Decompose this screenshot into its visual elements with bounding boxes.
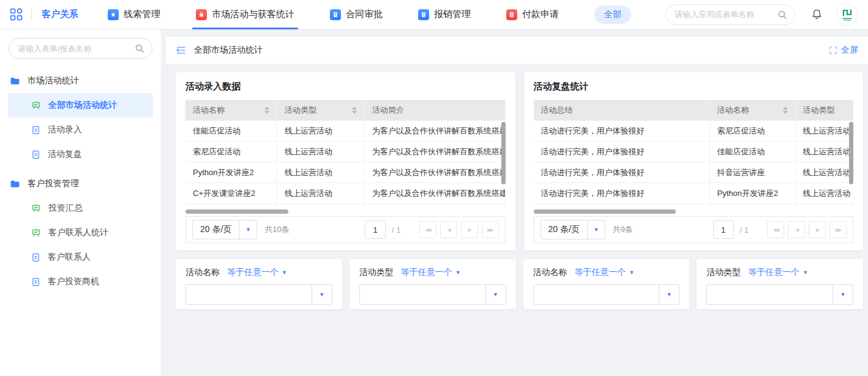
prev-page-button[interactable]: ◀ (440, 221, 457, 238)
table-row[interactable]: 活动进行完美，用户体验很好 索尼店促活动 线上运营活动 (534, 121, 854, 141)
tab-label: 付款申请 (522, 9, 559, 20)
filter-value-select[interactable]: ▼ (185, 284, 332, 305)
fullscreen-label: 全屏 (841, 45, 858, 56)
main-area: 全部市场活动统计 全屏 活动录入数据 活动名称 (166, 29, 868, 376)
sidebar-item-all-market-activity-stats[interactable]: 全部市场活动统计 (8, 93, 153, 118)
filter-field-label: 活动类型 (359, 267, 394, 278)
collapse-sidebar-icon[interactable] (176, 45, 187, 56)
prev-page-button[interactable]: ◀ (788, 221, 805, 238)
fullscreen-icon (829, 46, 837, 55)
vertical-scrollbar[interactable] (501, 122, 506, 184)
column-header[interactable]: 活动简介 (365, 100, 506, 121)
chevron-down-icon[interactable]: ▼ (282, 269, 287, 276)
page-count: / 1 (392, 225, 400, 235)
chevron-down-icon[interactable]: ▼ (455, 269, 461, 276)
page-size-select[interactable]: 20 条/页 ▼ (192, 220, 257, 239)
tab-reimbursement[interactable]: 报销管理 (418, 0, 471, 29)
column-header[interactable]: 活动类型 (796, 100, 854, 121)
sidebar-item-customer-investment-opportunity[interactable]: 客户投资商机 (8, 269, 153, 294)
all-apps-pill[interactable]: 全部 (594, 6, 631, 24)
column-header[interactable]: 活动名称 (185, 100, 277, 121)
column-header[interactable]: 活动总结 (534, 100, 710, 121)
sidebar-group-customer-investment[interactable]: 客户投资管理 (0, 171, 161, 196)
filter-value-select[interactable]: ▼ (706, 284, 853, 305)
table-row[interactable]: 索尼店促活动 线上运营活动 为客户以及合作伙伴讲解百数系统搭建 (185, 141, 506, 162)
last-page-button[interactable]: ▶▶ (482, 221, 499, 238)
table-row[interactable]: 活动进行完美，用户体验很好 佳能店促活动 线上运营活动 (534, 141, 854, 162)
last-page-button[interactable]: ▶▶ (829, 221, 847, 238)
chevron-down-icon: ▼ (239, 227, 256, 233)
sort-icon[interactable] (352, 107, 357, 114)
report-icon (31, 100, 41, 110)
tab-market-activity[interactable]: 市场活动与获客统计 (196, 0, 294, 29)
table-row[interactable]: 活动进行完美，用户体验很好 抖音运营讲座 线上运营活动 (534, 162, 854, 183)
chevron-down-icon: ▼ (833, 291, 853, 298)
first-page-button[interactable]: ◀◀ (419, 221, 436, 238)
filter-operator[interactable]: 等于任意一个 (227, 267, 279, 278)
horizontal-scrollbar[interactable] (534, 209, 676, 214)
filter-activity-type-1: 活动类型 等于任意一个 ▼ ▼ (350, 259, 516, 309)
horizontal-scrollbar-track (534, 208, 854, 215)
sidebar-item-activity-entry[interactable]: 活动录入 (8, 118, 153, 142)
sidebar-item-customer-contact-stats[interactable]: 客户联系人统计 (8, 220, 153, 245)
column-header[interactable]: 活动名称 (710, 100, 796, 121)
item-label: 全部市场活动统计 (48, 100, 117, 111)
table-row[interactable]: 活动进行完美，用户体验很好 Python开发讲座2 线上运营活动 (534, 183, 854, 204)
group-gap (0, 167, 161, 171)
document-icon (506, 9, 517, 20)
page-title: 全部市场活动统计 (194, 45, 263, 56)
first-page-button[interactable]: ◀◀ (767, 221, 784, 238)
vertical-scrollbar[interactable] (849, 122, 853, 184)
folder-icon (10, 76, 20, 86)
apps-grid-icon[interactable] (10, 8, 23, 21)
sort-icon[interactable] (264, 107, 269, 114)
filter-activity-name-2: 活动名称 等于任意一个 ▼ ▼ (523, 259, 690, 309)
tab-lead-management[interactable]: 线索管理 (108, 0, 160, 29)
chevron-down-icon[interactable]: ▼ (803, 269, 808, 276)
item-label: 活动录入 (48, 124, 82, 135)
table-row[interactable]: Python开发讲座2 线上运营活动 为客户以及合作伙伴讲解百数系统搭建 (185, 162, 506, 183)
tab-label: 合同审批 (346, 9, 383, 20)
tab-contract-approval[interactable]: 合同审批 (330, 0, 383, 29)
sidebar-item-customer-contacts[interactable]: 客户联系人 (8, 245, 153, 269)
folder-icon (10, 179, 20, 189)
sidebar-item-activity-review[interactable]: 活动复盘 (8, 142, 153, 167)
form-search-input[interactable] (17, 43, 135, 54)
user-avatar[interactable] (836, 4, 858, 26)
filter-field-label: 活动类型 (706, 267, 741, 278)
page-controls: / 1 ◀◀ ◀ ▶ ▶▶ (713, 220, 847, 239)
chevron-down-icon: ▼ (588, 227, 605, 233)
table-header-row: 活动名称 活动类型 活动简介 (185, 100, 506, 121)
filter-value-select[interactable]: ▼ (359, 284, 506, 305)
page-number-input[interactable] (365, 220, 386, 239)
nav-left: 客户关系 (10, 8, 78, 21)
horizontal-scrollbar[interactable] (185, 209, 288, 214)
filter-value-select[interactable]: ▼ (533, 284, 680, 305)
tab-label: 线索管理 (124, 9, 160, 20)
sidebar-group-market-activity[interactable]: 市场活动统计 (0, 69, 161, 93)
page-number-input[interactable] (713, 220, 734, 239)
table-row[interactable]: 佳能店促活动 线上运营活动 为客户以及合作伙伴讲解百数系统搭建 (185, 121, 506, 141)
sort-icon[interactable] (783, 107, 788, 114)
filter-operator[interactable]: 等于任意一个 (401, 267, 452, 278)
chevron-down-icon[interactable]: ▼ (629, 269, 635, 276)
filter-operator[interactable]: 等于任意一个 (575, 267, 626, 278)
sidebar-item-investment-summary[interactable]: 投资汇总 (8, 196, 153, 220)
page-toolbar: 全部市场活动统计 全屏 (166, 37, 868, 64)
column-header[interactable]: 活动类型 (277, 100, 365, 121)
chevron-down-icon: ▼ (486, 291, 506, 298)
notifications-bell-icon[interactable] (811, 9, 823, 20)
card-title: 活动复盘统计 (534, 81, 854, 92)
app-search-input[interactable] (673, 9, 777, 20)
next-page-button[interactable]: ▶ (809, 221, 826, 238)
page-size-select[interactable]: 20 条/页 ▼ (541, 220, 605, 239)
workspace-label[interactable]: 客户关系 (42, 9, 78, 20)
tab-label: 报销管理 (434, 9, 471, 20)
fullscreen-button[interactable]: 全屏 (829, 45, 858, 56)
table-row[interactable]: C+开发课堂讲座2 线上运营活动 为客户以及合作伙伴讲解百数系统搭建 (185, 183, 506, 204)
filter-operator[interactable]: 等于任意一个 (748, 267, 799, 278)
next-page-button[interactable]: ▶ (461, 221, 478, 238)
search-icon[interactable] (777, 10, 787, 20)
tab-payment-request[interactable]: 付款申请 (506, 0, 559, 29)
search-icon[interactable] (135, 43, 144, 53)
